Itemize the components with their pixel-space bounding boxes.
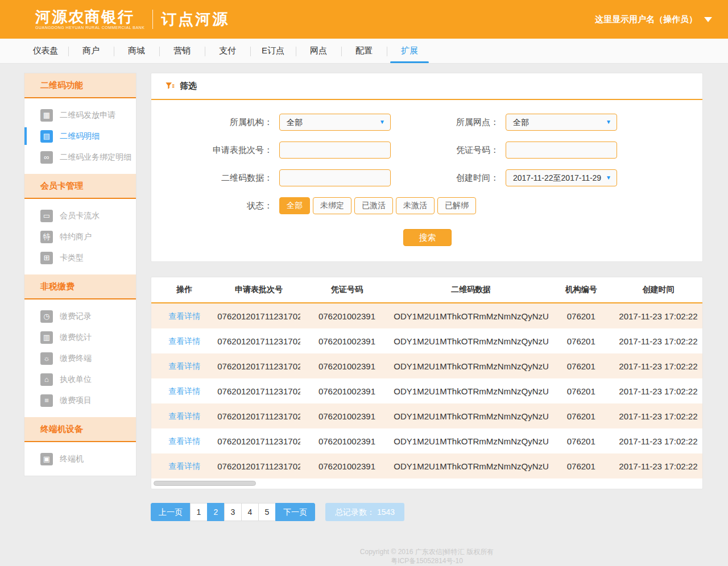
cell-org_no: 076201 [548,461,614,471]
filter-panel-header: 筛选 [151,73,702,100]
status-button-all[interactable]: 全部 [279,197,310,214]
tab-extension[interactable]: 扩展 [387,39,432,63]
tab-dashboard[interactable]: 仪表盘 [23,39,68,63]
tab-label: 扩展 [401,45,418,56]
column-header-org_no: 机构编号 [548,285,614,295]
sidebar-item-card-type[interactable]: ⊞卡类型 [24,247,136,268]
created-daterange-value: 2017-11-22至2017-11-29 [513,173,601,182]
voucher-input[interactable] [506,142,617,159]
user-menu[interactable]: 这里显示用户名（操作员） [595,14,712,25]
status-button-not-activated[interactable]: 未激活 [396,197,435,214]
special-merchant-icon: 特 [40,231,53,243]
cell-qr_data: ODY1M2U1MThkOTRmMzNmNzQyNzU3Nzgw [394,361,548,371]
sidebar-section-2: 非税缴费◷缴费记录▥缴费统计☼缴费终端⌂执收单位≡缴费项目 [24,274,136,417]
sidebar-section-1: 会员卡管理▭会员卡流水特特约商户⊞卡类型 [24,174,136,274]
filter-title: 筛选 [180,81,197,91]
chevron-down-icon: ▼ [379,114,385,130]
cell-batch_no: 07620120171123170222 [217,386,300,396]
cell-created_at: 2017-11-23 17:02:22 [614,411,702,421]
sidebar-section-3: 终端机设备▣终端机 [24,417,136,476]
tab-label: 支付 [219,45,236,56]
batch-label: 申请表批次号： [151,145,279,156]
table-row: 查看详情07620120171123170222076201002391ODY1… [151,453,702,478]
sidebar-item-qr-binding-detail[interactable]: ∞二维码业务绑定明细 [24,147,136,168]
page-number-group: 12345 [191,503,276,521]
tab-payment[interactable]: 支付 [205,39,250,63]
sidebar-item-collecting-unit[interactable]: ⌂执收单位 [24,369,136,390]
page-button-2[interactable]: 2 [207,503,225,521]
batch-input[interactable] [279,142,391,159]
action-cell: 查看详情 [151,436,217,447]
status-button-group: 全部未绑定已激活未激活已解绑 [279,197,476,214]
column-header-voucher_no: 凭证号码 [300,285,394,295]
sidebar-item-qr-detail[interactable]: ▤二维码明细 [24,126,136,147]
view-detail-link[interactable]: 查看详情 [168,411,200,421]
sidebar-item-label: 二维码发放申请 [60,110,115,120]
view-detail-link[interactable]: 查看详情 [168,311,200,321]
table-row: 查看详情07620120171123170222076201002391ODY1… [151,403,702,428]
table-row: 查看详情07620120171123170222076201002391ODY1… [151,328,702,353]
sidebar-item-label: 特约商户 [60,232,92,242]
sidebar-item-terminal-machine[interactable]: ▣终端机 [24,448,136,469]
sidebar-item-payment-stats[interactable]: ▥缴费统计 [24,327,136,348]
tab-config[interactable]: 配置 [341,39,387,63]
cell-voucher_no: 076201002391 [300,386,394,396]
page-button-5[interactable]: 5 [258,503,276,521]
view-detail-link[interactable]: 查看详情 [168,461,200,471]
page-button-1[interactable]: 1 [190,503,208,521]
action-cell: 查看详情 [151,386,217,397]
view-detail-link[interactable]: 查看详情 [168,361,200,371]
voucher-label: 凭证号码： [391,145,506,156]
page-button-4[interactable]: 4 [241,503,259,521]
sidebar-item-label: 二维码明细 [60,131,100,142]
cell-voucher_no: 076201002391 [300,311,394,321]
filter-form: 所属机构： 全部 ▼ 所属网点： 全部 ▼ 申请表批次号： 凭证号码： [151,100,702,261]
tab-e-dingdian[interactable]: E订点 [250,39,296,63]
scrollbar-thumb[interactable] [154,481,256,486]
qrdata-input[interactable] [279,169,391,186]
product-name: 订点河源 [161,9,229,30]
tab-merchant[interactable]: 商户 [68,39,114,63]
vip-card-icon: ▭ [40,210,53,222]
branch-label: 所属网点： [391,117,506,128]
next-page-button[interactable]: 下一页 [275,503,315,521]
sidebar-item-payment-item[interactable]: ≡缴费项目 [24,390,136,411]
horizontal-scrollbar [151,478,702,489]
app-logo: 河源农商银行 GUANGDONG HEYUAN RURAL COMMERCIAL… [35,9,229,30]
sidebar-item-payment-terminal[interactable]: ☼缴费终端 [24,348,136,369]
filter-panel: 筛选 所属机构： 全部 ▼ 所属网点： 全部 ▼ 申请表批次号： [151,73,703,262]
view-detail-link[interactable]: 查看详情 [168,336,200,346]
qr-detail-icon: ▤ [40,130,53,143]
page-button-3[interactable]: 3 [224,503,242,521]
cell-batch_no: 07620120171123170222 [217,436,300,446]
cell-voucher_no: 076201002391 [300,461,394,471]
building-icon: ⌂ [40,373,53,386]
created-daterange-select[interactable]: 2017-11-22至2017-11-29 ▼ [506,169,617,186]
sidebar-item-payment-record[interactable]: ◷缴费记录 [24,306,136,327]
sidebar-item-member-card-flow[interactable]: ▭会员卡流水 [24,205,136,226]
view-detail-link[interactable]: 查看详情 [168,436,200,446]
tab-marketing[interactable]: 营销 [159,39,205,63]
table-header-row: 操作申请表批次号凭证号码二维码数据机构编号创建时间 [151,277,702,303]
active-tab-underline [390,61,429,63]
branch-select[interactable]: 全部 ▼ [506,114,617,131]
tab-label: 商户 [82,45,100,56]
status-button-activated[interactable]: 已激活 [354,197,393,214]
action-cell: 查看详情 [151,311,217,322]
clock-icon: ◷ [40,310,53,323]
view-detail-link[interactable]: 查看详情 [168,386,200,396]
sidebar-item-special-merchant[interactable]: 特特约商户 [24,226,136,247]
org-select[interactable]: 全部 ▼ [279,114,391,131]
status-button-released[interactable]: 已解绑 [437,197,476,214]
logo-divider [152,10,153,29]
sidebar-item-qr-issue-apply[interactable]: ▦二维码发放申请 [24,105,136,126]
cell-org_no: 076201 [548,311,614,321]
tab-mall[interactable]: 商城 [114,39,159,63]
tab-label: 营销 [173,45,191,56]
search-button[interactable]: 搜索 [403,229,452,246]
status-button-not-bound[interactable]: 未绑定 [313,197,351,214]
tab-branch[interactable]: 网点 [296,39,341,63]
prev-page-button[interactable]: 上一页 [151,503,191,521]
qrdata-label: 二维码数据： [151,173,279,184]
sidebar-item-label: 缴费终端 [60,353,92,364]
